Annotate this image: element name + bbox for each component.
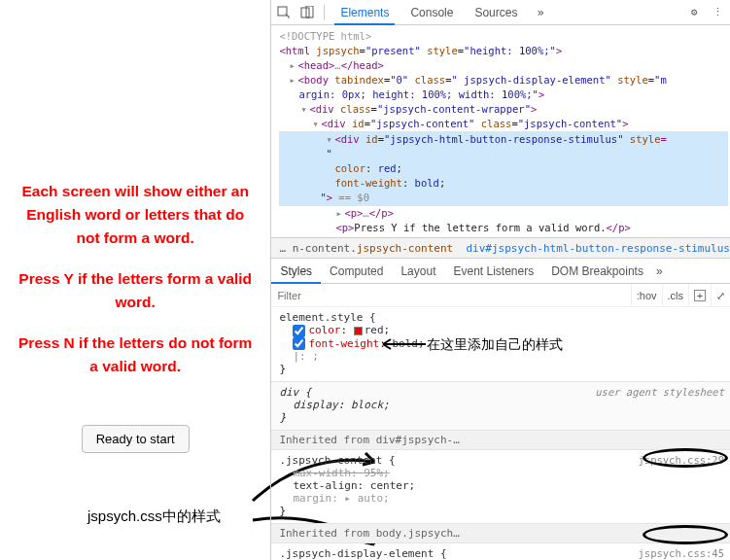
source-link-2[interactable]: jspsych.css:45 <box>638 547 724 559</box>
subtab-computed[interactable]: Computed <box>321 259 392 284</box>
inspect-icon[interactable] <box>277 6 291 19</box>
breadcrumb-path[interactable]: … n-content.jspsych-content div#jspsych-… <box>271 237 730 259</box>
jspsych-content-rule[interactable]: jspsych.css:29 .jspsych-content { max-wi… <box>271 450 730 524</box>
subtab-styles[interactable]: Styles <box>271 259 321 284</box>
prop-fw-check[interactable] <box>293 337 305 350</box>
settings-icon[interactable]: ⚙ <box>687 6 701 19</box>
kebab-icon[interactable]: ⋮ <box>711 6 724 19</box>
subtab-layout[interactable]: Layout <box>392 259 444 284</box>
devtools-panel: Elements Console Sources » ⚙ ⋮ <!DOCTYPE… <box>270 0 730 560</box>
new-rule-button[interactable]: + <box>688 284 711 307</box>
doctype-row: <!DOCTYPE html> <box>279 30 371 42</box>
inherited-header-2: Inherited from body.jspsych… <box>271 524 730 543</box>
jspsych-css-note: jspsych.css中的样式 <box>87 508 221 526</box>
styles-subtabs: Styles Computed Layout Event Listeners D… <box>271 259 730 284</box>
subtab-dom[interactable]: DOM Breakpoints <box>542 259 652 284</box>
svg-rect-0 <box>278 7 287 16</box>
styles-filter-input[interactable] <box>271 285 630 306</box>
tabs-overflow-icon[interactable]: » <box>537 6 543 19</box>
source-link-1[interactable]: jspsych.css:29 <box>638 454 724 466</box>
tab-elements[interactable]: Elements <box>334 0 395 25</box>
stimulus-line-2: Press Y if the letters form a valid word… <box>14 267 257 314</box>
hov-toggle[interactable]: :hov <box>631 284 662 307</box>
styles-more-icon[interactable]: ⤢ <box>711 284 730 307</box>
jspsych-display-rule[interactable]: jspsych.css:45 .jspsych-display-element … <box>271 543 730 560</box>
styles-filter-bar: :hov .cls + ⤢ <box>271 284 730 307</box>
tab-sources[interactable]: Sources <box>469 0 523 25</box>
user-agent-rule: user agent stylesheet div { display: blo… <box>271 382 730 431</box>
stimulus-line-3: Press N if the letters do not form a val… <box>14 332 257 378</box>
cls-toggle[interactable]: .cls <box>662 284 689 307</box>
subtab-events[interactable]: Event Listeners <box>444 259 542 284</box>
inherited-header-1: Inherited from div#jspsych-… <box>271 431 730 450</box>
selected-node[interactable]: ▾<div id="jspsych-html-button-response-s… <box>279 131 728 206</box>
devtools-toolbar: Elements Console Sources » ⚙ ⋮ <box>271 0 730 25</box>
body-style-cont: argin: 0px; height: 100%; width: 100%;" <box>298 88 539 100</box>
prop-color-check[interactable] <box>293 325 305 337</box>
subtab-overflow-icon[interactable]: » <box>656 264 663 278</box>
stimulus-line-1: Each screen will show either an English … <box>14 180 257 250</box>
ready-button[interactable]: Ready to start <box>82 425 190 453</box>
svg-rect-1 <box>301 8 309 18</box>
elements-tree[interactable]: <!DOCTYPE html> <html jspsych="present" … <box>271 25 730 237</box>
tab-console[interactable]: Console <box>404 0 459 25</box>
experiment-viewport: Each screen will show either an English … <box>0 0 270 560</box>
add-style-note: 在这里添加自己的样式 <box>427 336 563 354</box>
stimulus-text: Each screen will show either an English … <box>10 180 261 396</box>
device-icon[interactable] <box>300 6 314 19</box>
